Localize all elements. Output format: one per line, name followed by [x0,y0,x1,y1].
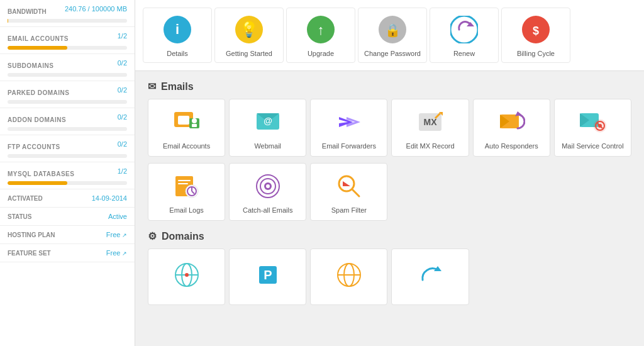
stat-bar [8,73,127,77]
bandwidth-value: 240.76 / 100000 MB [65,5,127,13]
svg-text:$: $ [533,25,539,37]
email-card-catch-all-emails[interactable]: Catch-all Emails [229,163,306,221]
mail-service-control-icon [579,108,606,138]
upgrade-icon: ↑ [307,16,335,46]
auto-responders-icon [497,108,525,138]
edit-mx-record-icon: MX [416,108,444,138]
email-card-email-logs[interactable]: Email Logs [148,163,225,221]
mail-service-control-label: Mail Service Control [562,142,623,150]
svg-text:@: @ [264,116,272,126]
info-label: HOSTING PLAN [8,232,55,238]
email-accounts-icon [173,108,201,138]
stat-value: 0/2 [118,86,127,94]
svg-point-51 [185,273,189,277]
spam-filter-icon [335,172,363,203]
svg-point-45 [266,184,270,188]
domain-2-icon: P [254,261,282,291]
stat-bar [8,46,127,50]
info-label: ACTIVATED [8,195,43,202]
renew-icon [450,16,478,46]
stat-fill [8,46,67,50]
svg-text:🔒: 🔒 [385,23,401,38]
billing-cycle-icon: $ [522,16,550,46]
bandwidth-bar [8,19,127,23]
sidebar-stat-addon-domains: ADDON DOMAINS 0/2 [0,108,135,135]
edit-mx-record-label: Edit MX Record [406,142,455,150]
billing-cycle-label: Billing Cycle [517,50,555,57]
svg-point-15 [192,118,197,123]
top-cards-row: i Details 💡 Getting Started ↑ Upgrade 🔒 … [135,0,644,71]
svg-rect-36 [178,180,191,181]
svg-text:💡: 💡 [240,20,258,38]
change-password-label: Change Password [364,50,421,57]
catch-all-emails-icon [254,172,282,203]
stat-label: ADDON DOMAINS [8,116,66,123]
emails-grid-row1: Email Accounts @ Webmail Email Forwarder… [148,99,631,157]
top-card-billing-cycle[interactable]: $ Billing Cycle [501,8,570,63]
emails-grid-row2: Email Logs Catch-all Emails Spam Filter [148,163,631,221]
getting-started-icon: 💡 [235,16,263,46]
info-value: 14-09-2014 [92,194,127,202]
sidebar-stat-mysql-databases: MYSQL DATABASES 1/2 [0,162,135,189]
email-card-webmail[interactable]: @ Webmail [229,99,306,157]
sidebar-stat-ftp-accounts: FTP ACCOUNTS 0/2 [0,135,135,162]
email-card-email-accounts[interactable]: Email Accounts [148,99,225,157]
stat-bar [8,154,127,158]
top-card-upgrade[interactable]: ↑ Upgrade [286,8,355,63]
main-content: i Details 💡 Getting Started ↑ Upgrade 🔒 … [135,0,644,346]
stat-value: 0/2 [118,59,127,67]
email-forwarders-icon [335,108,363,138]
details-label: Details [167,50,188,57]
svg-rect-16 [192,124,197,127]
emails-section-title: Emails [161,81,194,92]
domain-3-icon [335,261,363,291]
stat-label: PARKED DOMAINS [8,89,69,96]
stat-fill [8,181,67,185]
top-card-getting-started[interactable]: 💡 Getting Started [214,8,284,63]
stat-value: 1/2 [118,167,127,175]
svg-marker-20 [339,117,353,127]
email-forwarders-label: Email Forwarders [322,142,376,150]
info-label: FEATURE SET [8,250,51,257]
info-value: Active [108,213,127,220]
sidebar-info-hosting-plan: HOSTING PLAN Free [0,226,135,244]
top-card-change-password[interactable]: 🔒 Change Password [358,8,427,63]
domain-1-icon [173,261,201,291]
domains-section-title: Domains [162,231,204,242]
email-card-edit-mx-record[interactable]: MX Edit MX Record [391,99,469,157]
sidebar: BANDWIDTH 240.76 / 100000 MB EMAIL ACCOU… [0,0,135,346]
stat-value: 1/2 [118,32,127,40]
domain-card-domain-1[interactable] [148,248,225,305]
domains-section-header: ⚙ Domains [148,230,631,242]
svg-text:MX: MX [424,117,438,127]
info-value[interactable]: Free [106,249,127,257]
svg-text:P: P [264,268,272,282]
domain-card-domain-4[interactable] [391,248,469,305]
svg-rect-13 [178,116,189,125]
info-label: STATUS [8,213,32,220]
sidebar-stat-parked-domains: PARKED DOMAINS 0/2 [0,81,135,108]
domain-card-domain-2[interactable]: P [229,248,306,305]
svg-text:i: i [175,21,179,37]
sidebar-stat-email-accounts: EMAIL ACCOUNTS 1/2 [0,27,135,54]
svg-point-34 [598,124,602,128]
domains-section-icon: ⚙ [148,230,157,242]
email-card-spam-filter[interactable]: Spam Filter [310,163,387,221]
email-card-email-forwarders[interactable]: Email Forwarders [310,99,387,157]
domains-grid: P [148,248,631,305]
svg-line-47 [352,189,359,196]
sidebar-stats: EMAIL ACCOUNTS 1/2 SUBDOMAINS 0/2 PARKED… [0,27,135,189]
email-card-mail-service-control[interactable]: Mail Service Control [554,99,631,157]
svg-rect-37 [178,183,188,184]
stat-value: 0/2 [118,140,127,148]
svg-point-8 [450,16,478,43]
email-card-auto-responders[interactable]: Auto Responders [473,99,550,157]
renew-label: Renew [453,50,475,57]
top-card-details[interactable]: i Details [143,8,212,63]
domain-card-domain-3[interactable] [310,248,387,305]
bandwidth-label: BANDWIDTH [8,8,47,15]
bandwidth-section: BANDWIDTH 240.76 / 100000 MB [0,0,135,27]
details-icon: i [164,16,191,46]
info-value[interactable]: Free [106,231,127,238]
top-card-renew[interactable]: Renew [430,8,499,63]
